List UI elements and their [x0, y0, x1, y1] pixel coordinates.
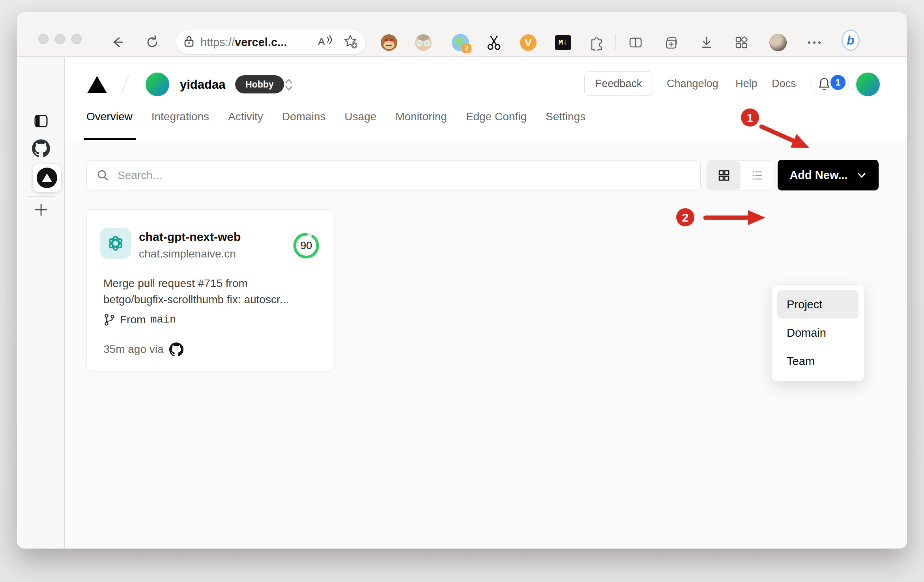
help-link[interactable]: Help	[735, 78, 758, 90]
traffic-light-close[interactable]	[38, 34, 49, 44]
tab-overview[interactable]: Overview	[86, 110, 133, 125]
vimium-extension-icon[interactable]: V	[519, 34, 537, 52]
lock-icon	[183, 35, 195, 50]
branch-name: main	[150, 314, 176, 326]
add-new-button[interactable]: Add New...	[778, 160, 879, 190]
sidebar-panel-icon[interactable]	[17, 112, 65, 130]
proxy-extension-icon[interactable]: 2	[451, 34, 469, 52]
avatar-extension-icon[interactable]	[414, 34, 432, 52]
tab-edge-config[interactable]: Edge Config	[466, 110, 527, 125]
project-name[interactable]: chat-gpt-next-web	[139, 230, 241, 244]
reload-icon[interactable]	[144, 34, 161, 51]
openai-logo-icon	[100, 228, 131, 259]
list-view-icon	[750, 168, 765, 183]
branch-row: From main	[103, 313, 176, 326]
grid-view-icon	[716, 168, 731, 183]
favorite-star-icon[interactable]	[342, 34, 358, 51]
user-avatar[interactable]	[856, 73, 880, 96]
tab-integrations[interactable]: Integrations	[152, 110, 209, 125]
browser-sidebar	[17, 57, 65, 548]
browser-window: https://vercel.c... A	[17, 12, 907, 549]
feedback-button[interactable]: Feedback	[584, 71, 653, 96]
notification-count-badge: 1	[829, 74, 847, 91]
new-tab-plus-icon[interactable]	[17, 201, 65, 218]
team-name[interactable]: yidadaa	[180, 78, 225, 92]
git-branch-icon	[103, 313, 115, 326]
downloads-icon[interactable]	[698, 34, 716, 52]
tab-settings[interactable]: Settings	[546, 110, 585, 125]
plan-badge: Hobby	[235, 75, 284, 93]
tab-domains[interactable]: Domains	[282, 110, 325, 125]
project-domain[interactable]: chat.simplenaive.cn	[139, 248, 236, 260]
github-icon	[169, 342, 183, 356]
profile-avatar[interactable]	[769, 34, 787, 52]
search-icon	[96, 169, 110, 182]
grid-view-button[interactable]	[707, 161, 741, 190]
tab-monitoring[interactable]: Monitoring	[395, 110, 447, 125]
vercel-tab-active[interactable]	[33, 164, 61, 192]
team-switcher-icon[interactable]	[281, 75, 297, 95]
chevron-down-icon	[857, 170, 867, 180]
docs-link[interactable]: Docs	[772, 78, 796, 90]
project-search[interactable]	[86, 160, 701, 190]
team-avatar[interactable]	[146, 73, 169, 96]
apps-icon[interactable]	[732, 34, 750, 52]
sidebar-divider	[27, 196, 55, 197]
project-card[interactable]: chat-gpt-next-web chat.simplenaive.cn 90…	[86, 209, 335, 371]
tampermonkey-extension-icon[interactable]	[380, 34, 398, 52]
address-bar[interactable]: https://vercel.c... A	[176, 30, 365, 54]
view-toggle	[707, 160, 774, 190]
collections-icon[interactable]	[662, 34, 680, 52]
tab-usage[interactable]: Usage	[344, 110, 376, 125]
search-input[interactable]	[118, 169, 691, 182]
back-icon[interactable]	[108, 34, 125, 51]
extension-badge: 2	[462, 44, 471, 53]
traffic-light-minimize[interactable]	[55, 34, 65, 44]
bing-chat-icon[interactable]: b	[842, 31, 860, 49]
active-tab-underline	[84, 138, 136, 140]
score-value: 90	[292, 240, 320, 252]
score-ring: 90	[292, 231, 320, 260]
extensions-puzzle-icon[interactable]	[587, 34, 606, 52]
vercel-header: yidadaa Hobby Feedback Changelog Help Do…	[65, 57, 907, 141]
latest-commit-message[interactable]: Merge pull request #715 from betgo/bugfi…	[103, 275, 324, 308]
breadcrumb-slash	[121, 73, 129, 94]
deployment-time-row: 35m ago via	[103, 342, 183, 356]
vercel-dashboard-page: yidadaa Hobby Feedback Changelog Help Do…	[65, 57, 907, 548]
dropdown-item-project[interactable]: Project	[777, 290, 859, 319]
dropdown-item-team[interactable]: Team	[777, 347, 859, 375]
url-protocol: https://	[200, 36, 235, 49]
dashboard-tabs: Overview Integrations Activity Domains U…	[86, 110, 585, 125]
more-menu-icon[interactable]	[805, 34, 823, 52]
list-view-button[interactable]	[741, 161, 774, 190]
scissors-extension-icon[interactable]	[485, 34, 503, 52]
vercel-icon	[37, 168, 57, 188]
split-screen-icon[interactable]	[627, 34, 645, 52]
read-aloud-icon[interactable]: A	[317, 34, 334, 50]
traffic-light-zoom[interactable]	[71, 34, 82, 44]
browser-toolbar: https://vercel.c... A	[17, 12, 907, 57]
add-new-dropdown: Project Domain Team	[771, 284, 864, 381]
dashboard-body: Add New... chat-gpt-next-web chat.simple…	[65, 142, 907, 548]
url-host: vercel.c...	[235, 36, 287, 49]
changelog-link[interactable]: Changelog	[667, 78, 718, 90]
dropdown-item-domain[interactable]: Domain	[777, 319, 859, 347]
github-tab-icon[interactable]	[17, 139, 65, 157]
toolbar-divider	[615, 34, 616, 50]
vercel-logo-icon[interactable]	[87, 76, 107, 93]
markdown-extension-icon[interactable]: M↓	[554, 34, 572, 52]
desktop: https://vercel.c... A	[0, 0, 924, 582]
tab-activity[interactable]: Activity	[228, 110, 263, 125]
svg-text:A: A	[318, 35, 325, 47]
